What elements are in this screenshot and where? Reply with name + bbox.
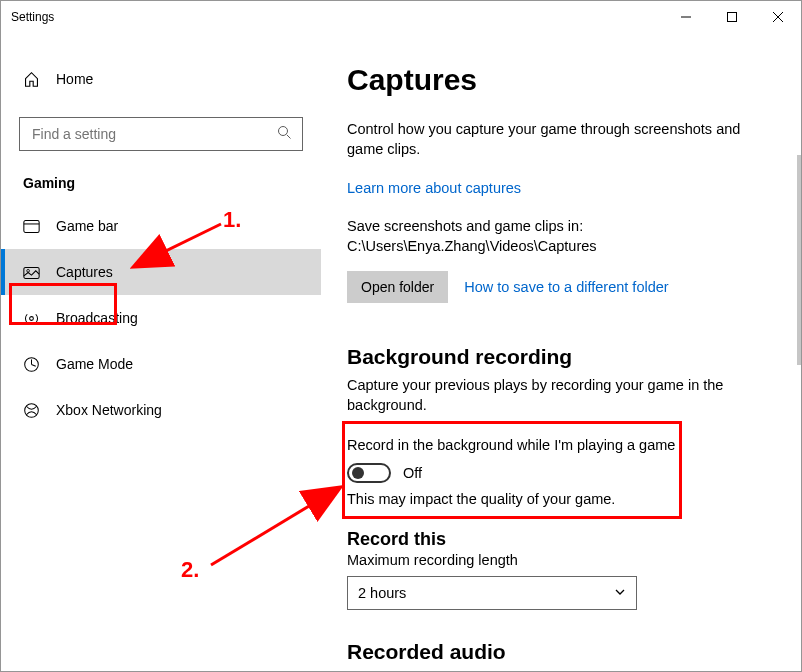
broadcasting-icon (23, 310, 40, 327)
record-background-note: This may impact the quality of your game… (347, 491, 781, 507)
home-nav[interactable]: Home (1, 61, 321, 97)
minimize-icon (681, 12, 691, 22)
open-folder-row: Open folder How to save to a different f… (347, 271, 781, 303)
record-background-toggle[interactable] (347, 463, 391, 483)
sidebar-item-game-bar[interactable]: Game bar (1, 203, 321, 249)
background-recording-heading: Background recording (347, 345, 781, 369)
save-elsewhere-link[interactable]: How to save to a different folder (464, 279, 668, 295)
chevron-down-icon (614, 585, 626, 601)
sidebar-item-label: Game Mode (56, 356, 133, 372)
sidebar-item-label: Captures (56, 264, 113, 280)
search-input-container[interactable] (19, 117, 303, 151)
svg-line-13 (32, 364, 36, 366)
learn-more-link[interactable]: Learn more about captures (347, 180, 521, 196)
intro-text: Control how you capture your game throug… (347, 119, 767, 160)
home-label: Home (56, 71, 93, 87)
game-mode-icon (23, 356, 40, 373)
sidebar-item-captures[interactable]: Captures (1, 249, 321, 295)
max-length-label: Maximum recording length (347, 552, 781, 568)
sidebar-item-xbox-networking[interactable]: Xbox Networking (1, 387, 321, 433)
max-length-select[interactable]: 2 hours (347, 576, 637, 610)
xbox-networking-icon (23, 402, 40, 419)
open-folder-button[interactable]: Open folder (347, 271, 448, 303)
svg-rect-6 (24, 220, 39, 232)
page-title: Captures (347, 63, 781, 97)
record-this-heading: Record this (347, 529, 781, 550)
game-bar-icon (23, 218, 40, 235)
window-controls (663, 1, 801, 33)
scrollbar[interactable] (797, 155, 801, 365)
background-recording-sub: Capture your previous plays by recording… (347, 375, 767, 416)
svg-point-10 (30, 316, 34, 320)
window-body: Home Gaming Game bar (1, 33, 801, 671)
svg-rect-8 (24, 267, 39, 278)
sidebar-item-broadcasting[interactable]: Broadcasting (1, 295, 321, 341)
sidebar-item-label: Xbox Networking (56, 402, 162, 418)
sidebar-nav: Game bar Captures Broadcasting (1, 203, 321, 433)
svg-rect-1 (728, 13, 737, 22)
svg-line-5 (287, 134, 291, 138)
maximize-icon (727, 12, 737, 22)
sidebar-item-label: Broadcasting (56, 310, 138, 326)
maximize-button[interactable] (709, 1, 755, 33)
home-icon (23, 71, 40, 88)
svg-point-9 (27, 269, 30, 272)
content-pane: Captures Control how you capture your ga… (321, 33, 801, 671)
minimize-button[interactable] (663, 1, 709, 33)
save-path-text: Save screenshots and game clips in: C:\U… (347, 216, 767, 257)
settings-window: Settings Home (0, 0, 802, 672)
sidebar-item-game-mode[interactable]: Game Mode (1, 341, 321, 387)
sidebar-item-label: Game bar (56, 218, 118, 234)
toggle-knob (352, 467, 364, 479)
close-button[interactable] (755, 1, 801, 33)
window-title: Settings (11, 10, 54, 24)
search-input[interactable] (30, 125, 277, 143)
close-icon (773, 12, 783, 22)
svg-point-14 (25, 403, 39, 417)
record-background-state: Off (403, 465, 422, 481)
sidebar-group-label: Gaming (23, 175, 321, 191)
sidebar: Home Gaming Game bar (1, 33, 321, 671)
search-icon (277, 125, 292, 144)
svg-point-4 (279, 126, 288, 135)
record-background-label: Record in the background while I'm playi… (347, 437, 781, 453)
max-length-value: 2 hours (358, 585, 406, 601)
recorded-audio-heading: Recorded audio (347, 640, 781, 664)
record-background-group: Record in the background while I'm playi… (347, 427, 781, 515)
titlebar: Settings (1, 1, 801, 33)
captures-icon (23, 264, 40, 281)
